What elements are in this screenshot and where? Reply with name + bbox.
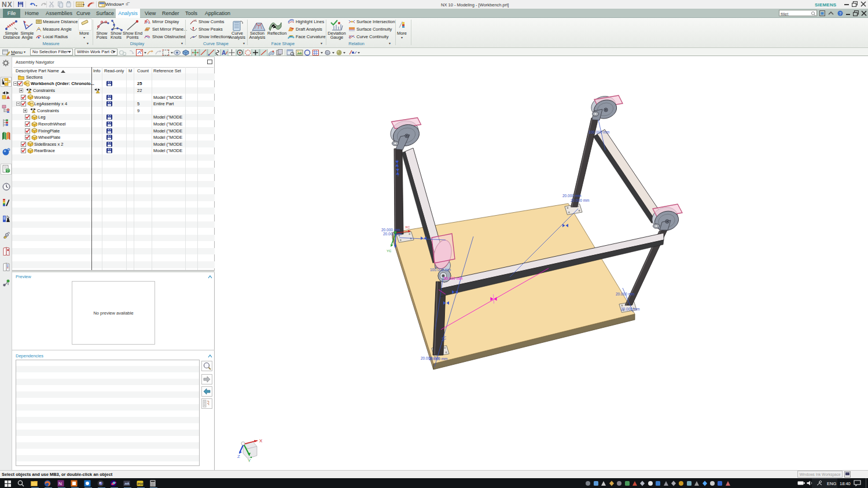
svg-text:100.000 mm: 100.000 mm [589,130,609,134]
svg-text:20.000 mm: 20.000 mm [571,198,590,202]
svg-text:Z: Z [237,454,240,459]
svg-text:YC: YC [387,249,392,253]
svg-text:XC: XC [405,225,410,229]
svg-text:20.000 mm: 20.000 mm [429,357,448,361]
svg-text:50.000 mm: 50.000 mm [444,276,463,280]
svg-text:A: A [222,50,226,56]
svg-text:20.000 mm: 20.000 mm [621,307,640,311]
svg-text:20.000 mm: 20.000 mm [562,194,582,198]
svg-text:Y: Y [248,458,251,463]
svg-text:20.000 mm: 20.000 mm [616,292,635,296]
svg-text:20.000 mm: 20.000 mm [381,228,400,232]
svg-text:X: X [259,438,263,443]
svg-text:100.000 mm: 100.000 mm [430,268,451,272]
svg-text:?: ? [839,12,841,16]
